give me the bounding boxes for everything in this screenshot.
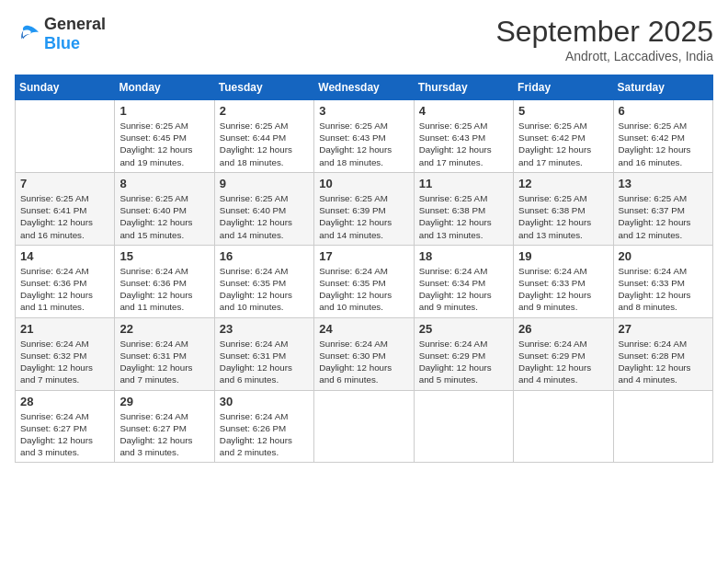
calendar-cell: 28Sunrise: 6:24 AM Sunset: 6:27 PM Dayli… (16, 390, 115, 463)
day-number: 26 (518, 322, 608, 336)
cell-info: Sunrise: 6:24 AM Sunset: 6:29 PM Dayligh… (419, 338, 508, 386)
cell-info: Sunrise: 6:24 AM Sunset: 6:28 PM Dayligh… (619, 338, 708, 386)
day-number: 16 (220, 249, 309, 263)
calendar-cell: 27Sunrise: 6:24 AM Sunset: 6:28 PM Dayli… (613, 317, 712, 390)
header-wednesday: Wednesday (314, 75, 414, 100)
calendar-cell: 1Sunrise: 6:25 AM Sunset: 6:45 PM Daylig… (115, 100, 214, 173)
calendar-cell: 15Sunrise: 6:24 AM Sunset: 6:36 PM Dayli… (115, 245, 214, 317)
calendar-cell (613, 390, 712, 463)
calendar-cell: 24Sunrise: 6:24 AM Sunset: 6:30 PM Dayli… (314, 317, 414, 390)
logo: General Blue (15, 15, 106, 53)
calendar-cell: 30Sunrise: 6:24 AM Sunset: 6:26 PM Dayli… (214, 390, 313, 463)
cell-info: Sunrise: 6:24 AM Sunset: 6:33 PM Dayligh… (619, 265, 708, 314)
cell-info: Sunrise: 6:25 AM Sunset: 6:42 PM Dayligh… (619, 120, 708, 168)
page-header: General Blue September 2025 Andrott, Lac… (15, 15, 713, 63)
cell-info: Sunrise: 6:24 AM Sunset: 6:36 PM Dayligh… (20, 265, 109, 314)
calendar-week-row: 21Sunrise: 6:24 AM Sunset: 6:32 PM Dayli… (16, 317, 713, 390)
calendar-cell: 29Sunrise: 6:24 AM Sunset: 6:27 PM Dayli… (115, 390, 214, 463)
day-number: 13 (619, 177, 708, 190)
cell-info: Sunrise: 6:25 AM Sunset: 6:37 PM Dayligh… (619, 192, 708, 241)
title-block: September 2025 Andrott, Laccadives, Indi… (495, 15, 713, 63)
calendar-cell: 10Sunrise: 6:25 AM Sunset: 6:39 PM Dayli… (314, 172, 414, 245)
day-number: 1 (119, 104, 209, 118)
calendar-cell: 17Sunrise: 6:24 AM Sunset: 6:35 PM Dayli… (314, 245, 414, 317)
day-number: 30 (220, 395, 309, 408)
calendar-cell: 2Sunrise: 6:25 AM Sunset: 6:44 PM Daylig… (214, 100, 313, 173)
calendar-cell: 4Sunrise: 6:25 AM Sunset: 6:43 PM Daylig… (414, 100, 513, 173)
header-monday: Monday (115, 75, 214, 100)
logo-icon (15, 24, 40, 44)
day-number: 5 (518, 104, 608, 118)
calendar-cell (414, 390, 513, 463)
cell-info: Sunrise: 6:25 AM Sunset: 6:45 PM Dayligh… (119, 120, 209, 168)
cell-info: Sunrise: 6:24 AM Sunset: 6:34 PM Dayligh… (419, 265, 508, 314)
calendar-cell: 12Sunrise: 6:25 AM Sunset: 6:38 PM Dayli… (514, 172, 613, 245)
cell-info: Sunrise: 6:24 AM Sunset: 6:26 PM Dayligh… (220, 410, 309, 459)
month-title: September 2025 (495, 15, 713, 49)
calendar-cell: 7Sunrise: 6:25 AM Sunset: 6:41 PM Daylig… (16, 172, 115, 245)
calendar-cell (314, 390, 414, 463)
cell-info: Sunrise: 6:25 AM Sunset: 6:39 PM Dayligh… (319, 192, 408, 241)
calendar-cell: 19Sunrise: 6:24 AM Sunset: 6:33 PM Dayli… (514, 245, 613, 317)
cell-info: Sunrise: 6:25 AM Sunset: 6:38 PM Dayligh… (419, 192, 508, 241)
cell-info: Sunrise: 6:24 AM Sunset: 6:31 PM Dayligh… (220, 338, 309, 386)
cell-info: Sunrise: 6:25 AM Sunset: 6:41 PM Dayligh… (20, 192, 109, 241)
day-number: 3 (319, 104, 408, 118)
logo-blue-text: Blue (44, 34, 80, 52)
day-number: 12 (518, 177, 608, 190)
day-number: 17 (319, 249, 408, 263)
cell-info: Sunrise: 6:25 AM Sunset: 6:40 PM Dayligh… (220, 192, 309, 241)
day-number: 18 (419, 249, 508, 263)
day-number: 21 (20, 322, 109, 336)
cell-info: Sunrise: 6:24 AM Sunset: 6:27 PM Dayligh… (119, 410, 209, 459)
calendar-cell: 9Sunrise: 6:25 AM Sunset: 6:40 PM Daylig… (214, 172, 313, 245)
cell-info: Sunrise: 6:24 AM Sunset: 6:33 PM Dayligh… (518, 265, 608, 314)
calendar-week-row: 28Sunrise: 6:24 AM Sunset: 6:27 PM Dayli… (16, 390, 713, 463)
calendar-cell: 26Sunrise: 6:24 AM Sunset: 6:29 PM Dayli… (514, 317, 613, 390)
calendar-cell: 8Sunrise: 6:25 AM Sunset: 6:40 PM Daylig… (115, 172, 214, 245)
cell-info: Sunrise: 6:25 AM Sunset: 6:43 PM Dayligh… (419, 120, 508, 168)
header-tuesday: Tuesday (214, 75, 313, 100)
cell-info: Sunrise: 6:24 AM Sunset: 6:31 PM Dayligh… (119, 338, 209, 386)
calendar-cell: 21Sunrise: 6:24 AM Sunset: 6:32 PM Dayli… (16, 317, 115, 390)
cell-info: Sunrise: 6:25 AM Sunset: 6:44 PM Dayligh… (220, 120, 309, 168)
cell-info: Sunrise: 6:24 AM Sunset: 6:35 PM Dayligh… (220, 265, 309, 314)
day-number: 28 (20, 395, 109, 408)
cell-info: Sunrise: 6:25 AM Sunset: 6:38 PM Dayligh… (518, 192, 608, 241)
logo-general-text: General (44, 15, 106, 33)
calendar-cell: 11Sunrise: 6:25 AM Sunset: 6:38 PM Dayli… (414, 172, 513, 245)
calendar-cell: 25Sunrise: 6:24 AM Sunset: 6:29 PM Dayli… (414, 317, 513, 390)
header-thursday: Thursday (414, 75, 513, 100)
calendar-cell: 3Sunrise: 6:25 AM Sunset: 6:43 PM Daylig… (314, 100, 414, 173)
subtitle: Andrott, Laccadives, India (495, 49, 713, 63)
cell-info: Sunrise: 6:24 AM Sunset: 6:36 PM Dayligh… (119, 265, 209, 314)
cell-info: Sunrise: 6:24 AM Sunset: 6:35 PM Dayligh… (319, 265, 408, 314)
calendar-week-row: 1Sunrise: 6:25 AM Sunset: 6:45 PM Daylig… (16, 100, 713, 173)
day-number: 27 (619, 322, 708, 336)
cell-info: Sunrise: 6:25 AM Sunset: 6:43 PM Dayligh… (319, 120, 408, 168)
calendar-cell: 22Sunrise: 6:24 AM Sunset: 6:31 PM Dayli… (115, 317, 214, 390)
day-number: 4 (419, 104, 508, 118)
day-number: 19 (518, 249, 608, 263)
header-saturday: Saturday (613, 75, 712, 100)
calendar-cell (514, 390, 613, 463)
calendar-cell: 13Sunrise: 6:25 AM Sunset: 6:37 PM Dayli… (613, 172, 712, 245)
calendar-table: SundayMondayTuesdayWednesdayThursdayFrid… (15, 75, 713, 463)
cell-info: Sunrise: 6:25 AM Sunset: 6:42 PM Dayligh… (518, 120, 608, 168)
day-number: 7 (20, 177, 109, 190)
day-number: 29 (119, 395, 209, 408)
day-number: 20 (619, 249, 708, 263)
calendar-header-row: SundayMondayTuesdayWednesdayThursdayFrid… (16, 75, 713, 100)
day-number: 22 (119, 322, 209, 336)
header-sunday: Sunday (16, 75, 115, 100)
cell-info: Sunrise: 6:25 AM Sunset: 6:40 PM Dayligh… (119, 192, 209, 241)
day-number: 25 (419, 322, 508, 336)
calendar-cell: 5Sunrise: 6:25 AM Sunset: 6:42 PM Daylig… (514, 100, 613, 173)
day-number: 9 (220, 177, 309, 190)
cell-info: Sunrise: 6:24 AM Sunset: 6:29 PM Dayligh… (518, 338, 608, 386)
calendar-cell: 6Sunrise: 6:25 AM Sunset: 6:42 PM Daylig… (613, 100, 712, 173)
calendar-week-row: 7Sunrise: 6:25 AM Sunset: 6:41 PM Daylig… (16, 172, 713, 245)
cell-info: Sunrise: 6:24 AM Sunset: 6:32 PM Dayligh… (20, 338, 109, 386)
day-number: 23 (220, 322, 309, 336)
calendar-cell (16, 100, 115, 173)
